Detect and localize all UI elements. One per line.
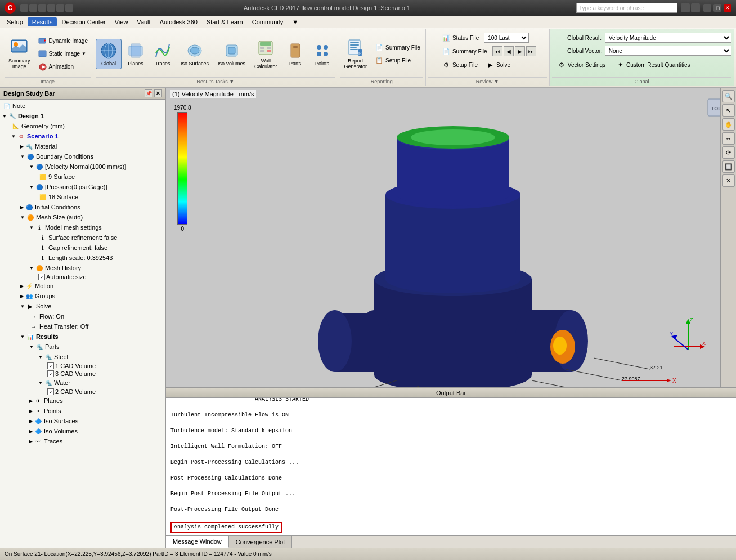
tab-message-window[interactable]: Message Window (166, 536, 229, 548)
mm-expand[interactable]: ▼ (29, 225, 34, 230)
tree-mesh-size[interactable]: ▼ 🟠 Mesh Size (auto) (0, 212, 165, 222)
report-generator-button[interactable]: R ReportGenerator (340, 36, 371, 72)
traces-expand[interactable]: ▶ (29, 439, 33, 444)
titlebar-btn-1[interactable] (20, 4, 28, 12)
solve-expand[interactable]: ▼ (20, 304, 25, 309)
solve-button[interactable]: ▶ Solve (483, 59, 513, 71)
steel-expand[interactable]: ▼ (38, 355, 43, 360)
tree-18surface[interactable]: 🟨 18 Surface (0, 192, 165, 202)
output-bar-header[interactable]: Output Bar (166, 388, 736, 398)
material-expand[interactable]: ▶ (20, 144, 24, 149)
parts-button[interactable]: Parts (282, 39, 308, 69)
tree-boundary-conditions[interactable]: ▼ 🔵 Boundary Conditions (0, 151, 165, 162)
summary-file-button[interactable]: 📄 Summary File (372, 41, 423, 53)
tree-motion[interactable]: ▶ ⚡ Motion (0, 281, 165, 291)
parts-expand[interactable]: ▼ (29, 344, 34, 350)
tree-velocity-bc[interactable]: ▼ 🔵 [Velocity Normal(1000 mm/s)] (0, 162, 165, 172)
iteration-select[interactable]: 100 Last (484, 33, 529, 43)
tool-pan[interactable]: ✋ (722, 118, 735, 131)
design1-expand[interactable]: ▼ (2, 114, 7, 119)
menu-community[interactable]: Community (248, 17, 288, 26)
fav-btn[interactable] (691, 3, 700, 12)
tree-cad-vol-1[interactable]: ✓ 1 CAD Volume (0, 362, 165, 370)
cad-vol-3-checkbox[interactable]: ✓ (47, 370, 54, 377)
iso-volumes-button[interactable]: Iso Volumes (214, 39, 249, 69)
water-expand[interactable]: ▼ (38, 380, 43, 386)
menu-view[interactable]: View (110, 17, 133, 26)
animation-button[interactable]: Animation (35, 61, 91, 73)
groups-expand[interactable]: ▶ (20, 294, 24, 299)
tool-fit[interactable]: ⟳ (722, 146, 735, 159)
tree-heat[interactable]: → Heat Transfer: Off (0, 321, 165, 331)
global-button[interactable]: Global (96, 39, 122, 69)
titlebar-btn-3[interactable] (38, 4, 46, 12)
tool-zoom[interactable]: 🔍 (722, 90, 735, 102)
custom-result-button[interactable]: ✦ Custom Result Quantities (613, 59, 693, 71)
tree-iso-surfaces[interactable]: ▶ 🔷 Iso Surfaces (0, 416, 165, 426)
close-button[interactable]: ✕ (724, 4, 731, 12)
tool-select[interactable]: ↖ (722, 104, 735, 117)
menu-start-learn[interactable]: Start & Learn (202, 17, 248, 26)
setup-file-review-button[interactable]: ⚙ Setup File (439, 59, 481, 71)
tree-surface-refine[interactable]: ℹ Surface refinement: false (0, 232, 165, 243)
titlebar-btn-4[interactable] (47, 4, 55, 12)
setup-file-reporting-button[interactable]: 📋 Setup File (372, 54, 423, 66)
vel-bc-expand[interactable]: ▼ (29, 164, 34, 169)
tree-iso-volumes[interactable]: ▶ 🔷 Iso Volumes (0, 426, 165, 436)
vector-settings-button[interactable]: ⚙ Vector Settings (554, 59, 608, 71)
summary-file-review-button[interactable]: 📄 Summary File (439, 45, 490, 57)
tree-design1[interactable]: ▼ 🔧 Design 1 (0, 111, 165, 121)
sidebar-close-button[interactable]: ✕ (154, 89, 162, 97)
tree-cad-vol-3[interactable]: ✓ 3 CAD Volume (0, 370, 165, 378)
play-last-button[interactable]: ⏭ (526, 46, 536, 56)
global-result-select[interactable]: Velocity Magnitude (605, 33, 731, 43)
cad-vol-1-checkbox[interactable]: ✓ (47, 362, 54, 369)
tab-convergence-plot[interactable]: Convergence Plot (229, 536, 292, 548)
planes-tree-expand[interactable]: ▶ (29, 398, 33, 404)
menu-vault[interactable]: Vault (132, 17, 155, 26)
output-content[interactable]: Computing restart BC data ...Calculating… (166, 398, 736, 535)
tree-9surface[interactable]: 🟨 9 Surface (0, 172, 165, 182)
help-btn[interactable] (681, 3, 690, 12)
mesh-expand[interactable]: ▼ (20, 215, 25, 220)
search-bar[interactable]: Type a keyword or phrase (576, 3, 677, 13)
tool-close-view[interactable]: ✕ (722, 174, 735, 187)
tree-pressure-bc[interactable]: ▼ 🔵 [Pressure(0 psi Gage)] (0, 182, 165, 192)
viewport[interactable]: (1) Velocity Magnitude - mm/s 1970.8 0 T… (166, 88, 736, 387)
auto-size-checkbox[interactable]: ✓ (38, 274, 45, 280)
menu-decision-center[interactable]: Decision Center (57, 17, 110, 26)
tree-flow[interactable]: → Flow: On (0, 311, 165, 321)
tool-box[interactable]: 🔲 (722, 160, 735, 173)
tree-initial-conditions[interactable]: ▶ 🔵 Initial Conditions (0, 202, 165, 212)
traces-button[interactable]: Traces (150, 39, 176, 69)
tree-note[interactable]: 📄 Note (0, 101, 165, 111)
menu-setup[interactable]: Setup (2, 17, 28, 26)
tree-scenario1[interactable]: ▼ ⚙ Scenario 1 (0, 131, 165, 141)
maximize-button[interactable]: ◻ (713, 4, 721, 12)
tree-water[interactable]: ▼ 🔩 Water (0, 378, 165, 388)
tree-parts[interactable]: ▼ 🔩 Parts (0, 342, 165, 352)
titlebar-btn-5[interactable] (56, 4, 64, 12)
points-tree-expand[interactable]: ▶ (29, 409, 33, 414)
tree-planes[interactable]: ▶ ✈ Planes (0, 396, 165, 406)
tree-traces[interactable]: ▶ 〰 Traces (0, 436, 165, 446)
menu-autodesk360[interactable]: Autodesk 360 (155, 17, 202, 26)
pres-bc-expand[interactable]: ▼ (29, 185, 34, 190)
tree-geometry[interactable]: 📐 Geometry (mm) (0, 121, 165, 131)
menu-more[interactable]: ▼ (288, 17, 303, 26)
tree-steel[interactable]: ▼ 🔩 Steel (0, 352, 165, 362)
tree-gap-refine[interactable]: ℹ Gap refinement: false (0, 243, 165, 253)
iso-surfaces-button[interactable]: Iso Surfaces (177, 39, 213, 69)
tree-points[interactable]: ▶ • Points (0, 406, 165, 416)
scenario1-expand[interactable]: ▼ (11, 134, 16, 139)
global-vector-select[interactable]: None (605, 46, 731, 56)
iso-surf-expand[interactable]: ▶ (29, 419, 33, 424)
tree-mesh-history[interactable]: ▼ 🟠 Mesh History (0, 263, 165, 273)
wall-calculator-button[interactable]: WallCalculator (250, 36, 281, 72)
motion-expand[interactable]: ▶ (20, 284, 24, 289)
results-expand[interactable]: ▼ (20, 334, 25, 339)
menu-results[interactable]: Results (28, 17, 57, 26)
tree-material[interactable]: ▶ 🔩 Material (0, 141, 165, 151)
play-first-button[interactable]: ⏮ (492, 46, 502, 56)
iso-vol-expand[interactable]: ▶ (29, 429, 33, 434)
